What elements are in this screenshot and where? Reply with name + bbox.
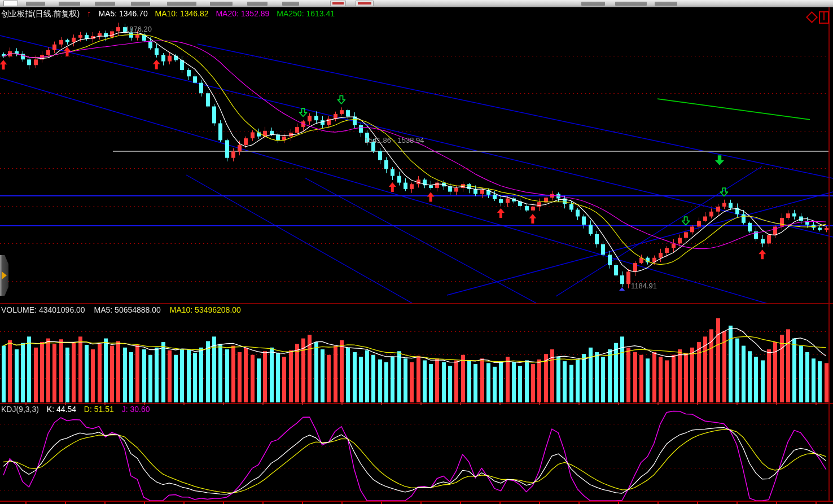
toolbar-badge[interactable] — [356, 1, 374, 6]
ma5-label: MA5: 1346.70 — [99, 9, 148, 18]
sidebar-collapse-handle[interactable] — [0, 255, 8, 296]
toolbar-item[interactable] — [131, 2, 150, 6]
toolbar-item[interactable] — [26, 2, 45, 6]
kdj-header: KDJ(9,3,3) K: 44.54 D: 51.51 J: 30.60 — [1, 405, 156, 414]
chart-canvas[interactable] — [0, 0, 833, 504]
gap-price-label: 1541.86 - 1538.94 — [365, 136, 424, 144]
toolbar-item[interactable] — [581, 2, 605, 6]
peak-price-label: 1876.20 — [125, 25, 152, 33]
ma250-label: MA250: 1613.41 — [277, 9, 335, 18]
volume-ma5-label: MA5: 50654888.00 — [94, 305, 161, 314]
toolbar-item[interactable] — [59, 2, 80, 6]
toolbar-item[interactable] — [95, 2, 115, 6]
ma20-label: MA20: 1352.89 — [216, 9, 269, 18]
toolbar-item[interactable] — [615, 2, 647, 6]
toolbar-strip[interactable] — [0, 0, 833, 7]
expand-arrow-icon — [2, 271, 7, 279]
kdj-j-label: J: 30.60 — [122, 405, 150, 414]
toolbar-badge[interactable] — [330, 1, 346, 6]
volume-ma10-label: MA10: 53496208.00 — [170, 305, 241, 314]
kdj-name-label: KDJ(9,3,3) — [1, 405, 39, 414]
main-chart-header: 创业板指(日线.前复权) ↑ MA5: 1346.70 MA10: 1346.8… — [1, 8, 340, 19]
kdj-d-label: D: 51.51 — [84, 405, 114, 414]
chart-title: 创业板指(日线.前复权) — [1, 9, 80, 18]
volume-label: VOLUME: 43401096.00 — [1, 305, 85, 314]
toolbar-item[interactable] — [655, 2, 677, 6]
toolbar-item[interactable] — [282, 2, 299, 6]
toolbar-item[interactable] — [210, 2, 233, 6]
toolbar-input-stub[interactable] — [3, 1, 18, 6]
up-arrow-icon: ↑ — [87, 8, 91, 18]
trading-app-window: 创业板指(日线.前复权) ↑ MA5: 1346.70 MA10: 1346.8… — [0, 0, 833, 504]
toolbar-item[interactable] — [247, 2, 268, 6]
split-window-icon[interactable] — [819, 11, 829, 24]
kdj-k-label: K: 44.54 — [47, 405, 76, 414]
toolbar-item[interactable] — [167, 2, 196, 6]
low-price-label: 1184.91 — [631, 282, 657, 290]
ma10-label: MA10: 1346.82 — [155, 9, 209, 18]
volume-header: VOLUME: 43401096.00 MA5: 50654888.00 MA1… — [1, 305, 248, 314]
